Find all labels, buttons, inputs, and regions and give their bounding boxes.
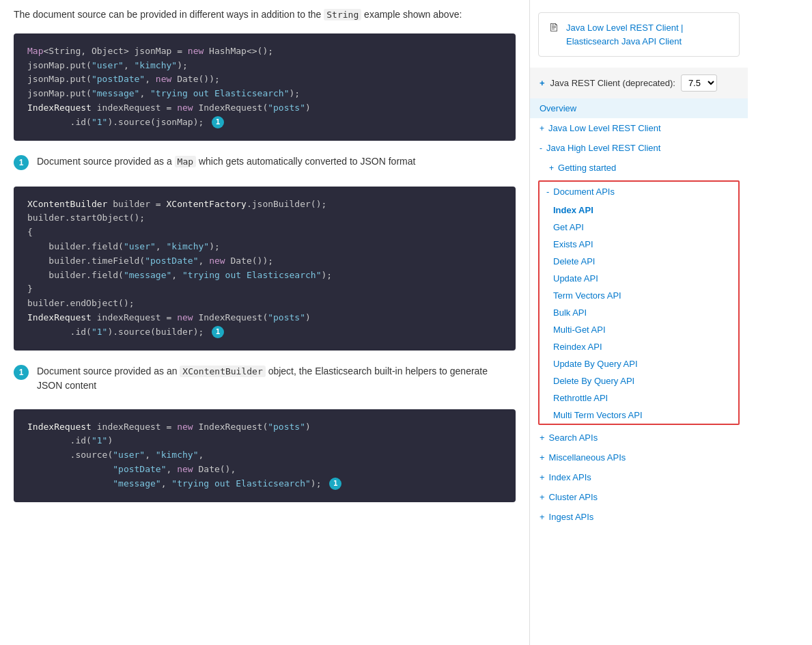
doc-api-item-multi-get-api[interactable]: Multi-Get API xyxy=(540,321,738,338)
high-level-expand-icon: - xyxy=(540,143,542,153)
code-block-2: XContentBuilder builder = XContentFactor… xyxy=(14,187,516,351)
index-apis-expand-icon: + xyxy=(540,472,545,482)
sidebar: 🖹 Java Low Level REST Client | Elasticse… xyxy=(529,0,748,645)
nav-search-apis[interactable]: + Search APIs xyxy=(530,428,748,448)
doc-api-item-multi-term-vectors-api[interactable]: Multi Term Vectors API xyxy=(540,407,738,424)
code-block-1: Map<String, Object> jsonMap = new HashMa… xyxy=(14,33,516,141)
intro-text-before: The document source can be provided in d… xyxy=(14,9,321,20)
annotation-2-badge: 1 xyxy=(14,365,29,380)
doc-apis-section: - Document APIs Index APIGet APIExists A… xyxy=(538,180,740,425)
doc-apis-label: Document APIs xyxy=(553,187,615,197)
doc-api-item-exists-api[interactable]: Exists API xyxy=(540,236,738,253)
code-block-3: IndexRequest indexRequest = new IndexReq… xyxy=(14,409,516,502)
annotation-2: 1 Document source provided as an XConten… xyxy=(14,364,516,393)
ext-link-box: 🖹 Java Low Level REST Client | Elasticse… xyxy=(538,12,740,57)
cluster-apis-expand-icon: + xyxy=(540,492,545,502)
annotation-1-badge: 1 xyxy=(14,155,29,170)
deprecated-expand-icon: + xyxy=(540,78,545,88)
nav-cluster-apis[interactable]: + Cluster APIs xyxy=(530,487,748,507)
doc-api-item-delete-api[interactable]: Delete API xyxy=(540,253,738,270)
low-level-expand-icon: + xyxy=(540,124,544,133)
nav-high-level-client[interactable]: - Java High Level REST Client xyxy=(530,138,748,158)
doc-api-item-bulk-api[interactable]: Bulk API xyxy=(540,304,738,321)
overview-label: Overview xyxy=(540,103,576,113)
nav-index-apis[interactable]: + Index APIs xyxy=(530,467,748,487)
ingest-apis-expand-icon: + xyxy=(540,512,545,522)
doc-api-item-delete-by-query-api[interactable]: Delete By Query API xyxy=(540,372,738,389)
misc-apis-label: Miscellaneous APIs xyxy=(549,452,626,463)
annotation-1: 1 Document source provided as a Map whic… xyxy=(14,154,516,170)
ingest-apis-label: Ingest APIs xyxy=(549,512,594,522)
doc-api-items-container: Index APIGet APIExists APIDelete APIUpda… xyxy=(540,202,738,424)
doc-api-item-get-api[interactable]: Get API xyxy=(540,219,738,236)
nav-misc-apis[interactable]: + Miscellaneous APIs xyxy=(530,448,748,467)
doc-api-item-update-by-query-api[interactable]: Update By Query API xyxy=(540,355,738,372)
annotation-1-text: Document source provided as a Map which … xyxy=(37,154,415,169)
search-apis-expand-icon: + xyxy=(540,433,545,443)
doc-api-item-update-api[interactable]: Update API xyxy=(540,270,738,287)
doc-api-item-reindex-api[interactable]: Reindex API xyxy=(540,338,738,355)
annotation-2-text: Document source provided as an XContentB… xyxy=(37,364,516,393)
low-level-label: Java Low Level REST Client xyxy=(548,123,661,133)
external-link-icon: 🖹 xyxy=(548,22,559,34)
doc-apis-expand-icon: - xyxy=(546,187,549,197)
intro-paragraph: The document source can be provided in d… xyxy=(14,7,516,23)
nav-overview[interactable]: Overview xyxy=(530,98,748,118)
getting-started-label: Getting started xyxy=(558,163,616,173)
getting-started-expand-icon: + xyxy=(549,163,554,173)
ext-link[interactable]: Java Low Level REST Client | Elasticsear… xyxy=(566,21,729,48)
ann1-code: Map xyxy=(175,156,196,167)
doc-apis-header[interactable]: - Document APIs xyxy=(540,182,738,202)
ann1-before: Document source provided as a xyxy=(37,156,172,167)
index-apis-label: Index APIs xyxy=(549,472,591,482)
ann1-after: which gets automatically converted to JS… xyxy=(199,156,415,167)
deprecated-section: + Java REST Client (deprecated): 7.5 7.4… xyxy=(530,68,748,98)
nav-getting-started[interactable]: + Getting started xyxy=(530,158,748,178)
deprecated-label: Java REST Client (deprecated): xyxy=(550,78,675,88)
ann2-code: XContentBuilder xyxy=(180,366,265,377)
version-select-row: + Java REST Client (deprecated): 7.5 7.4… xyxy=(540,74,738,92)
intro-text-after: example shown above: xyxy=(364,9,462,20)
nav-low-level-client[interactable]: + Java Low Level REST Client xyxy=(530,118,748,138)
cluster-apis-label: Cluster APIs xyxy=(549,492,598,502)
doc-api-item-index-api[interactable]: Index API xyxy=(540,202,738,219)
intro-code-inline: String xyxy=(324,9,361,20)
high-level-label: Java High Level REST Client xyxy=(546,143,660,153)
version-select[interactable]: 7.5 7.4 7.3 xyxy=(681,74,717,92)
doc-api-item-term-vectors-api[interactable]: Term Vectors API xyxy=(540,287,738,304)
search-apis-label: Search APIs xyxy=(549,433,598,443)
misc-apis-expand-icon: + xyxy=(540,452,545,463)
doc-api-item-rethrottle-api[interactable]: Rethrottle API xyxy=(540,389,738,407)
nav-ingest-apis[interactable]: + Ingest APIs xyxy=(530,507,748,527)
ann2-before: Document source provided as an xyxy=(37,366,177,376)
main-content: The document source can be provided in d… xyxy=(0,0,529,645)
